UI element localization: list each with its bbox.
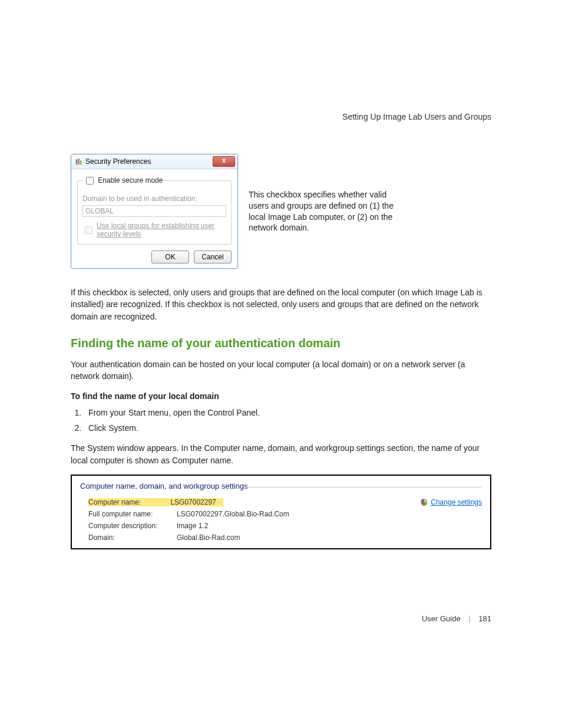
full-computer-name-row: Full computer name: LSG07002297.Global.B… (80, 508, 482, 520)
local-groups-label: Use local groups for establishing user s… (97, 222, 226, 238)
computer-name-row: Computer name: LSG07002297 Change settin… (80, 496, 482, 508)
full-name-value: LSG07002297.Global.Bio-Rad.Com (177, 510, 482, 518)
desc-value: Image 1.2 (177, 522, 482, 530)
app-icon (75, 157, 83, 166)
paragraph-3: The System window appears. In the Comput… (71, 442, 491, 466)
page-number: 181 (478, 614, 491, 623)
computer-name-value: LSG07002297 (170, 498, 223, 506)
close-button[interactable]: x (213, 156, 235, 167)
system-panel-title: Computer name, domain, and workgroup set… (80, 482, 482, 490)
domain-input[interactable] (82, 205, 226, 217)
dialog-titlebar: Security Preferences x (71, 154, 237, 169)
svg-rect-0 (76, 160, 78, 165)
system-panel: Computer name, domain, and workgroup set… (71, 475, 491, 549)
domain-row-label: Domain: (88, 533, 177, 542)
svg-rect-1 (78, 159, 80, 165)
footer-separator: | (468, 614, 470, 623)
change-settings-label: Change settings (431, 498, 482, 506)
domain-label: Domain to be used in authentication: (82, 195, 226, 203)
svg-rect-2 (80, 160, 82, 164)
step-1: From your Start menu, open the Control P… (84, 408, 491, 417)
cancel-button[interactable]: Cancel (194, 251, 232, 263)
step-2: Click System. (84, 423, 491, 433)
secure-mode-fieldset: Enable secure mode Domain to be used in … (77, 175, 232, 245)
enable-secure-legend: Enable secure mode (82, 175, 164, 186)
side-note: This checkbox specifies whether valid us… (249, 189, 402, 234)
paragraph-1: If this checkbox is selected, only users… (71, 286, 491, 322)
page-header: Setting Up Image Lab Users and Groups (71, 112, 491, 121)
ok-button[interactable]: OK (151, 251, 189, 263)
domain-row-value: Global.Bio-Rad.com (177, 533, 482, 542)
footer-label: User Guide (422, 614, 461, 623)
computer-name-label: Computer name: (88, 498, 170, 506)
enable-secure-label: Enable secure mode (98, 176, 163, 185)
domain-row: Domain: Global.Bio-Rad.com (80, 532, 482, 543)
paragraph-2: Your authentication domain can be hosted… (71, 358, 491, 383)
subheading: To find the name of your local domain (71, 391, 491, 401)
enable-secure-checkbox[interactable] (86, 177, 94, 185)
change-settings-link[interactable]: Change settings (420, 498, 482, 506)
dialog-title: Security Preferences (85, 157, 151, 166)
section-heading: Finding the name of your authentication … (71, 337, 491, 350)
full-name-label: Full computer name: (88, 510, 177, 518)
local-groups-row: Use local groups for establishing user s… (82, 222, 226, 238)
shield-icon (420, 498, 428, 506)
local-groups-checkbox[interactable] (85, 226, 92, 234)
desc-label: Computer description: (88, 522, 177, 530)
computer-description-row: Computer description: Image 1.2 (80, 520, 482, 532)
security-preferences-dialog: Security Preferences x Enable secure mod… (71, 154, 238, 269)
page-footer: User Guide | 181 (71, 614, 491, 623)
